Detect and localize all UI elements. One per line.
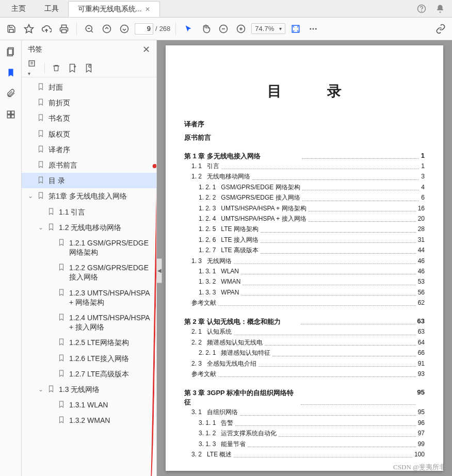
- help-icon[interactable]: [417, 4, 426, 13]
- bookmark-item[interactable]: 1.2.2 GSM/GPRS/EDGE 接入网络: [22, 260, 156, 285]
- bookmark-icon: [58, 416, 66, 423]
- tab-document[interactable]: 可重构无线电系统...✕: [68, 1, 160, 17]
- more-icon[interactable]: [306, 22, 320, 36]
- bookmark-label: 1.2.6 LTE接入网络: [69, 354, 152, 363]
- svg-marker-2: [25, 24, 34, 32]
- zoom-out-icon[interactable]: [82, 22, 96, 36]
- panel-options-icon[interactable]: ▾: [28, 59, 37, 77]
- delete-bookmark-icon[interactable]: [52, 64, 60, 72]
- rail-pages-icon[interactable]: [6, 46, 16, 57]
- bookmark-item[interactable]: 书名页: [22, 110, 156, 126]
- document-viewport[interactable]: ◀ 目 录 译者序原书前言第 1 章 多无线电接入网络11. 1引言11. 2无…: [157, 40, 452, 476]
- panel-close-icon[interactable]: ✕: [142, 44, 150, 55]
- bookmark-item[interactable]: ⌄1.2 无线电移动网络: [22, 220, 156, 235]
- toc-references: 参考文献62: [191, 298, 425, 308]
- bookmark-item[interactable]: 译者序: [22, 142, 156, 157]
- bookmark-item[interactable]: ⌄1.3 无线网络: [22, 382, 156, 397]
- watermark: CSDN @斐夷所非: [393, 463, 446, 472]
- toc-entry: 1. 2. 6LTE 接入网络31: [199, 235, 425, 245]
- prev-page-icon[interactable]: [100, 22, 114, 36]
- bookmark-item[interactable]: 前折页: [22, 95, 156, 110]
- chevron-down-icon[interactable]: ⌄: [27, 192, 34, 200]
- toc-entry: 3. 2LTE 概述100: [191, 449, 425, 459]
- bookmark-icon: [37, 114, 45, 121]
- bookmark-item[interactable]: 1.2.7 LTE高级版本: [22, 366, 156, 382]
- tab-tools[interactable]: 工具: [35, 0, 68, 17]
- hand-tool-icon[interactable]: [199, 22, 213, 36]
- toc-entry: 1. 2无线电移动网络3: [191, 171, 425, 182]
- toc-chapter-head: 第 2 章 认知无线电：概念和能力63: [184, 317, 425, 326]
- bookmark-label: 1.3 无线网络: [59, 385, 152, 394]
- save-icon[interactable]: [4, 22, 19, 36]
- svg-point-16: [313, 28, 314, 29]
- add-bookmark-icon[interactable]: [68, 63, 77, 73]
- chevron-down-icon[interactable]: ⌄: [37, 386, 44, 393]
- toc-title: 目 录: [184, 81, 425, 101]
- bookmark-label: 第1章 多无线电接入网络: [49, 191, 152, 201]
- bookmark-icon: [58, 354, 66, 362]
- bookmark-item[interactable]: 1.2.1 GSM/GPRS/EDGE 网络架构: [22, 235, 156, 260]
- bookmark-label: 1.2 无线电移动网络: [59, 223, 152, 232]
- toc-entry: 1. 2. 7LTE 高级版本44: [199, 245, 425, 255]
- star-icon[interactable]: [22, 22, 36, 36]
- bookmark-label: 1.1 引言: [59, 207, 152, 217]
- bookmark-icon: [37, 145, 45, 153]
- svg-rect-21: [11, 111, 14, 114]
- toc-entry: 1. 2. 4UMTS/HSPA/HSPA + 接入网络20: [199, 214, 425, 224]
- bookmark-item[interactable]: 1.2.5 LTE网络架构: [22, 335, 156, 350]
- bookmark-tree[interactable]: 封面前折页书名页版权页译者序原书前言目 录⌄第1章 多无线电接入网络1.1 引言…: [22, 77, 156, 476]
- toc-entry: 3. 1. 3能量节省99: [199, 439, 425, 449]
- page-indicator: /268: [135, 23, 170, 35]
- panel-collapse-handle[interactable]: ◀: [157, 258, 162, 283]
- bookmark-icon: [37, 83, 45, 90]
- rail-layers-icon[interactable]: [6, 109, 16, 120]
- bookmark-item[interactable]: 1.2.4 UMTS/HSPA/HSPA + 接入网络: [22, 310, 156, 335]
- bell-icon[interactable]: [435, 4, 445, 13]
- chevron-down-icon[interactable]: ⌄: [37, 224, 44, 231]
- bookmark-icon: [58, 289, 66, 296]
- bookmark-icon: [37, 176, 45, 184]
- bookmark-label: 前折页: [49, 98, 152, 107]
- print-icon[interactable]: [57, 22, 71, 36]
- svg-point-1: [422, 11, 422, 11]
- select-tool-icon[interactable]: [181, 22, 196, 36]
- fit-page-icon[interactable]: [288, 22, 303, 36]
- zoom-select[interactable]: 74.7%▾: [251, 23, 285, 34]
- toc-entry: 1. 2. 1GSM/GPRS/EDGE 网络架构4: [199, 182, 425, 192]
- toc-entry: 1. 3. 1WLAN46: [199, 266, 425, 276]
- toc-entry: 2. 2. 1频谱感知认知特征66: [199, 348, 425, 358]
- svg-point-15: [310, 28, 311, 29]
- share-icon[interactable]: [433, 22, 448, 36]
- bookmark-item[interactable]: 目 录: [22, 173, 156, 188]
- next-page-icon[interactable]: [117, 22, 132, 36]
- svg-point-8: [121, 25, 128, 32]
- bookmark-item[interactable]: ⌄第1章 多无线电接入网络: [22, 188, 156, 204]
- toc-front-matter: 译者序: [184, 120, 425, 129]
- bookmark-item[interactable]: 封面: [22, 79, 156, 95]
- bookmark-icon: [47, 223, 56, 231]
- rail-bookmarks-icon[interactable]: [6, 68, 15, 77]
- page-input[interactable]: [135, 23, 153, 35]
- bookmark-icon: [58, 239, 66, 246]
- svg-point-29: [89, 65, 91, 68]
- bookmark-item[interactable]: 1.2.3 UMTS/HSPA/HSPA + 网络架构: [22, 285, 156, 310]
- plus-icon[interactable]: [234, 22, 248, 36]
- minus-icon[interactable]: [216, 22, 231, 36]
- rail-attachments-icon[interactable]: [6, 89, 15, 98]
- toc-entry: 2. 2频谱感知认知无线电64: [191, 337, 425, 348]
- bookmark-item[interactable]: 版权页: [22, 126, 156, 142]
- bookmark-item[interactable]: 原书前言: [22, 157, 156, 173]
- cloud-upload-icon[interactable]: [39, 22, 54, 36]
- bookmark-icon: [37, 99, 45, 106]
- bookmark-icon: [37, 130, 45, 137]
- find-bookmark-icon[interactable]: [84, 63, 93, 73]
- bookmark-item[interactable]: 1.2.6 LTE接入网络: [22, 351, 156, 366]
- bookmark-item[interactable]: 1.3.2 WMAN: [22, 413, 156, 428]
- bookmark-label: 1.2.2 GSM/GPRS/EDGE 接入网络: [69, 263, 152, 282]
- bookmark-item[interactable]: 1.1 引言: [22, 204, 156, 220]
- bookmark-label: 1.3.2 WMAN: [69, 416, 152, 425]
- bookmark-item[interactable]: 1.3.1 WLAN: [22, 397, 156, 413]
- tab-home[interactable]: 主页: [2, 0, 35, 17]
- bookmark-icon: [58, 401, 66, 408]
- close-tab-icon[interactable]: ✕: [145, 6, 150, 13]
